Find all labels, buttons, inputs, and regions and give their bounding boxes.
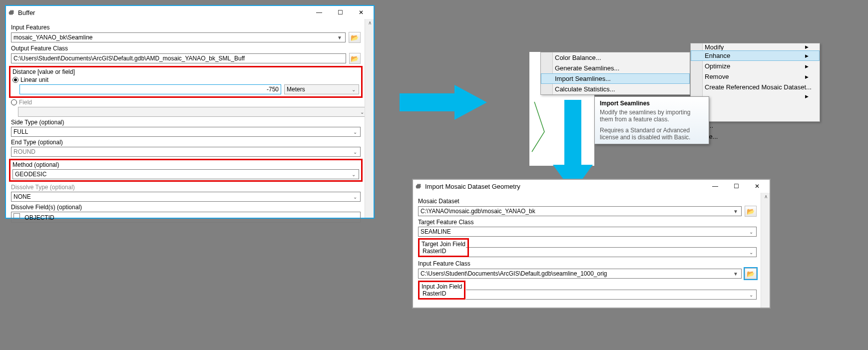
browse-mosaic-button[interactable]: 📂 (745, 206, 757, 217)
ctx-calculate-statistics[interactable]: Calculate Statistics... (541, 84, 690, 94)
target-join-value: RasterID (422, 248, 465, 255)
ctx-create-referenced[interactable]: Create Referenced Mosaic Dataset... (691, 82, 820, 92)
mosaic-dataset-combo[interactable]: C:\YANAO\mosaic.gdb\mosaic_YANAO_bk ▼ (418, 206, 742, 216)
target-join-combo[interactable]: ⌄ (466, 247, 757, 257)
chevron-down-icon: ⌄ (749, 250, 754, 255)
chevron-down-icon: ▼ (733, 271, 739, 277)
svg-marker-0 (400, 85, 487, 120)
submenu-arrow-icon: ▶ (805, 64, 809, 69)
field-combo[interactable]: ⌄ (18, 107, 368, 117)
ctx-generate-seamlines[interactable]: Generate Seamlines... (541, 63, 690, 73)
context-menu-parent: Modify▶ Enhance▶ Optimize▶ Remove▶ Creat… (690, 43, 820, 122)
target-join-label: Target Join Field (422, 241, 465, 248)
ctx-analyze[interactable]: Analyze... (691, 100, 820, 111)
ctx-modify[interactable]: Modify▶ (691, 43, 820, 50)
scrollbar[interactable]: ∧ (761, 193, 770, 308)
tooltip-body-1: Modify the seamlines by importing them f… (600, 109, 704, 123)
import-titlebar[interactable]: Import Mosaic Dataset Geometry — ☐ ✕ (413, 180, 770, 193)
ctx-enhance[interactable]: Enhance▶ (691, 50, 820, 61)
arrow-right-icon (400, 82, 489, 124)
input-join-value: RasterID (422, 290, 462, 297)
buffer-title: Buffer (18, 9, 35, 16)
input-fc-value: C:\Users\Student\Documents\ArcGIS\Defaul… (421, 270, 607, 277)
buffer-titlebar[interactable]: Buffer — ☐ ✕ (6, 6, 374, 19)
linear-unit-radio[interactable]: Linear unit (12, 76, 359, 83)
target-fc-combo[interactable]: SEAMLINE ⌄ (418, 227, 757, 237)
input-features-value: mosaic_YANAO_bk\Seamline (13, 34, 93, 41)
dissolve-fields-label: Dissolve Field(s) (optional) (11, 204, 361, 211)
ctx-repair[interactable]: ▶ (691, 92, 820, 100)
submenu-arrow-icon: ▶ (805, 94, 809, 99)
distance-unit-combo[interactable]: Meters ⌄ (284, 84, 359, 94)
submenu-arrow-icon: ▶ (805, 53, 809, 58)
ctx-color-balance[interactable]: Color Balance... (541, 52, 690, 63)
distance-unit-value: Meters (287, 86, 305, 93)
ctx-remove[interactable]: Remove▶ (691, 71, 820, 82)
submenu-arrow-icon: ▶ (805, 74, 809, 79)
context-menu-mosaic: Color Balance... Generate Seamlines... I… (540, 52, 690, 95)
end-type-value: ROUND (13, 148, 35, 155)
buffer-window: Buffer — ☐ ✕ ∧ Input Features mosaic_YAN… (5, 5, 375, 219)
tool-icon (8, 9, 15, 16)
method-combo[interactable]: GEODESIC ⌄ (12, 169, 359, 179)
browse-output-button[interactable]: 📂 (349, 53, 361, 64)
objectid-label: OBJECTID (24, 214, 54, 221)
close-button[interactable]: ✕ (747, 180, 768, 192)
mosaic-dataset-label: Mosaic Dataset (418, 198, 757, 205)
objectid-checkbox[interactable] (13, 213, 20, 220)
input-fc-label: Input Feature Class (418, 260, 757, 267)
scroll-up-icon[interactable]: ∧ (366, 20, 373, 27)
maximize-button[interactable]: ☐ (330, 6, 351, 18)
side-type-combo[interactable]: FULL ⌄ (11, 127, 361, 137)
input-features-label: Input Features (11, 24, 361, 31)
tooltip-body-2: Requires a Standard or Advanced license … (600, 127, 704, 141)
browse-input-fc-button[interactable]: 📂 (745, 268, 757, 279)
chevron-down-icon: ▼ (733, 209, 739, 214)
input-join-combo[interactable]: ⌄ (466, 290, 757, 300)
browse-input-button[interactable]: 📂 (349, 32, 361, 43)
input-join-highlight: Input Join Field RasterID (418, 281, 465, 300)
submenu-arrow-icon: ▶ (805, 44, 809, 49)
input-features-combo[interactable]: mosaic_YANAO_bk\Seamline ▼ (11, 32, 346, 42)
ctx-import-seamlines[interactable]: Import Seamlines... (541, 73, 690, 84)
input-fc-combo[interactable]: C:\Users\Student\Documents\ArcGIS\Defaul… (418, 269, 742, 279)
radio-unselected-icon (11, 99, 17, 105)
chevron-down-icon: ⌄ (353, 149, 358, 155)
distance-value-input[interactable] (19, 84, 281, 94)
input-join-label: Input Join Field (422, 283, 462, 290)
chevron-down-icon: ⌄ (352, 87, 357, 92)
close-button[interactable]: ✕ (351, 6, 372, 18)
output-label: Output Feature Class (11, 45, 361, 52)
radio-selected-icon (12, 77, 18, 83)
dissolve-type-combo[interactable]: NONE ⌄ (11, 192, 361, 202)
import-title: Import Mosaic Dataset Geometry (425, 183, 520, 190)
import-window: Import Mosaic Dataset Geometry — ☐ ✕ ∧ M… (412, 179, 771, 309)
scroll-up-icon[interactable]: ∧ (762, 194, 769, 201)
end-type-combo[interactable]: ROUND ⌄ (11, 147, 361, 157)
maximize-button[interactable]: ☐ (726, 180, 747, 192)
tooltip-import-seamlines: Import Seamlines Modify the seamlines by… (594, 96, 709, 144)
output-path-input[interactable] (11, 53, 346, 63)
minimize-button[interactable]: — (309, 6, 330, 18)
ctx-optimize[interactable]: Optimize▶ (691, 61, 820, 71)
mosaic-dataset-value: C:\YANAO\mosaic.gdb\mosaic_YANAO_bk (421, 208, 535, 215)
chevron-down-icon: ⌄ (353, 129, 358, 135)
method-label: Method (optional) (12, 161, 359, 168)
ctx-share-service[interactable]: Share As Image Service... (691, 111, 820, 121)
chevron-down-icon: ▼ (337, 35, 343, 40)
linear-unit-label: Linear unit (20, 76, 48, 83)
dissolve-type-label: Dissolve Type (optional) (11, 184, 361, 191)
minimize-button[interactable]: — (705, 180, 726, 192)
method-section-highlight: Method (optional) GEODESIC ⌄ (9, 159, 363, 182)
field-radio[interactable]: Field (11, 99, 361, 106)
side-type-value: FULL (13, 128, 28, 135)
chevron-down-icon: ⌄ (352, 172, 357, 177)
distance-section-highlight: Distance [value or field] Linear unit Me… (9, 66, 363, 98)
dissolve-type-value: NONE (13, 193, 31, 200)
end-type-label: End Type (optional) (11, 139, 361, 146)
scrollbar[interactable]: ∧ (365, 19, 374, 218)
distance-label: Distance [value or field] (12, 68, 359, 75)
method-value: GEODESIC (15, 171, 46, 178)
tooltip-title: Import Seamlines (600, 100, 704, 107)
target-join-highlight: Target Join Field RasterID (418, 238, 469, 257)
